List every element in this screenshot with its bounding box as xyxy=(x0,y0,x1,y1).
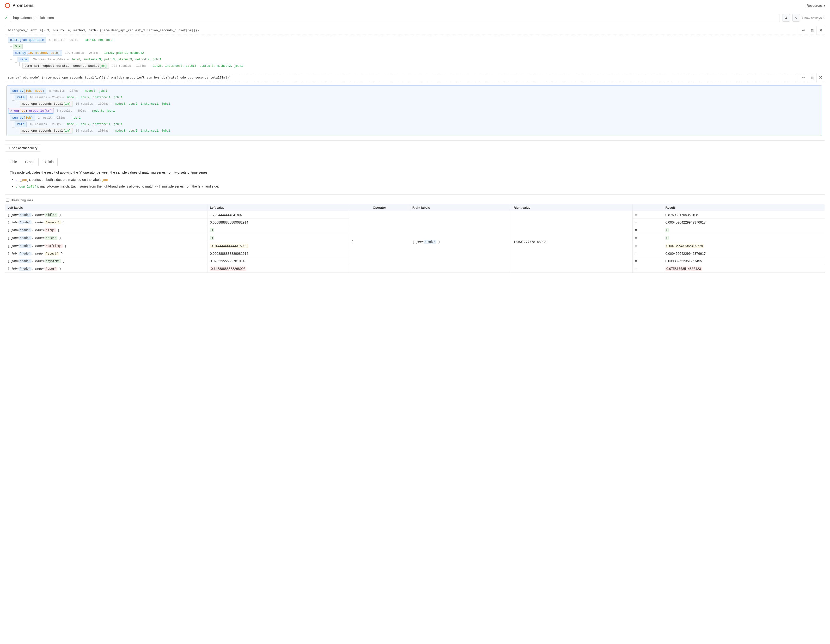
col-right-labels: Right labels xyxy=(410,204,511,211)
col-result: Result xyxy=(663,204,825,211)
hotkeys-hint[interactable]: Show hotkeys: ? xyxy=(802,16,825,20)
add-query-button[interactable]: + Add another query xyxy=(5,144,41,152)
break-lines-input[interactable] xyxy=(6,199,9,202)
tree-node-fn[interactable]: histogram_quantile xyxy=(8,37,46,43)
server-url-input[interactable] xyxy=(10,14,780,22)
gear-icon: ⚙ xyxy=(784,16,787,20)
tab-graph[interactable]: Graph xyxy=(21,158,38,166)
chevron-down-icon: ▾ xyxy=(824,3,825,8)
tree-node-operator[interactable]: / on(job) group_left() xyxy=(8,108,54,114)
col-right-value: Right value xyxy=(511,204,633,211)
tree-node-agg[interactable]: sum by(le, method, path) xyxy=(13,50,62,56)
tree-node-metric[interactable]: demo_api_request_duration_seconds_bucket… xyxy=(22,63,109,69)
tree-node-rate[interactable]: rate xyxy=(15,122,27,127)
explain-intro: This node calculates the result of apply… xyxy=(10,170,820,175)
resources-dropdown[interactable]: Resources ▾ xyxy=(806,3,825,8)
explain-bullet-groupleft: group_left(): many-to-one match. Each se… xyxy=(16,184,820,190)
tab-table[interactable]: Table xyxy=(5,158,21,166)
columns-icon: ▥ xyxy=(811,28,814,32)
status-check-icon: ✓ xyxy=(5,16,8,20)
remove-query-button[interactable]: ✕ xyxy=(816,26,825,35)
share-button[interactable]: < xyxy=(792,14,800,22)
tab-explain[interactable]: Explain xyxy=(38,158,58,166)
selected-tree-region: sum by(job, mode) 8 results — 277ms — mo… xyxy=(6,85,822,136)
explain-panel: This node calculates the result of apply… xyxy=(5,166,825,195)
col-left-value: Left value xyxy=(208,204,349,211)
col-operator: Operator xyxy=(349,204,410,211)
columns-button[interactable]: ▥ xyxy=(808,73,816,82)
share-icon: < xyxy=(795,16,797,20)
result-table: Left labels Left value Operator Right la… xyxy=(5,204,825,273)
columns-icon: ▥ xyxy=(811,76,814,79)
insert-newline-button[interactable]: ↩ xyxy=(799,26,808,35)
break-lines-checkbox[interactable]: Break long lines xyxy=(6,198,824,202)
tree-node-metric[interactable]: node_cpu_seconds_total[1m] xyxy=(20,101,73,107)
tree-node-metric[interactable]: node_cpu_seconds_total[1m] xyxy=(20,128,73,133)
explain-bullet-on: on(job)): series on both sides are match… xyxy=(16,177,820,183)
query-block-1: histogram_quantile(0.9, sum by(le, metho… xyxy=(5,26,825,141)
logo-icon xyxy=(5,3,10,8)
tree-node-scalar[interactable]: 0.9 xyxy=(13,44,22,49)
plus-icon: + xyxy=(8,146,10,150)
tree-node-agg[interactable]: sum by(job, mode) xyxy=(10,88,46,93)
columns-button[interactable]: ▥ xyxy=(808,26,816,35)
tree-node-agg[interactable]: sum by(job) xyxy=(10,115,35,120)
query-input-1[interactable]: histogram_quantile(0.9, sum by(le, metho… xyxy=(5,26,799,35)
insert-newline-button[interactable]: ↩ xyxy=(799,73,808,82)
close-icon: ✕ xyxy=(819,75,822,80)
tree-node-rate[interactable]: rate xyxy=(17,57,29,62)
col-left-labels: Left labels xyxy=(5,204,208,211)
remove-query-button[interactable]: ✕ xyxy=(816,73,825,82)
app-title: PromLens xyxy=(13,3,33,8)
settings-button[interactable]: ⚙ xyxy=(782,14,790,22)
tree-node-rate[interactable]: rate xyxy=(15,95,27,100)
close-icon: ✕ xyxy=(819,28,822,33)
query-input-2[interactable]: sum by(job, mode) (rate(node_cpu_seconds… xyxy=(5,73,799,82)
